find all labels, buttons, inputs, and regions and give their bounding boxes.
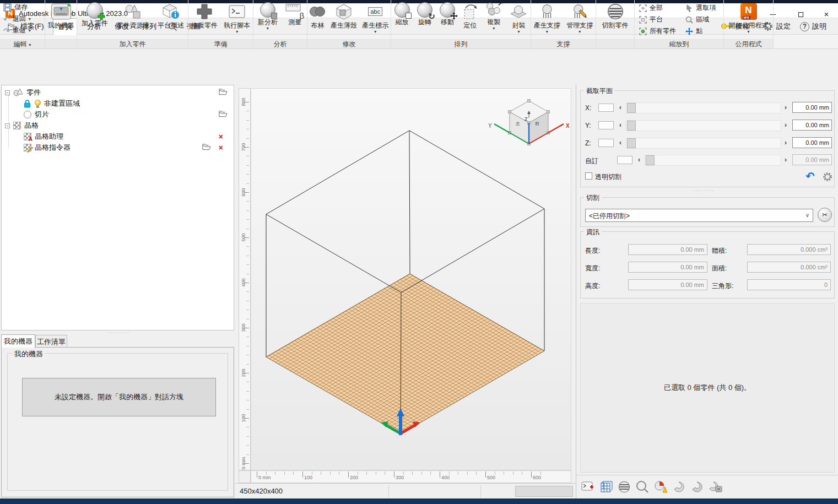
platform-overview-button[interactable]: 平台概述 (154, 0, 188, 29)
tab-job-list[interactable]: 工作清單 (35, 335, 67, 348)
package-machine-icon[interactable] (708, 480, 722, 494)
y-value-field[interactable]: 0.00 mm (792, 120, 832, 131)
slider-right-arrow[interactable]: › (785, 104, 787, 111)
slider-left-arrow[interactable]: ‹ (638, 156, 640, 164)
open-folder-icon[interactable] (219, 88, 228, 97)
repair-part-button[interactable]: 修復零件 (188, 0, 220, 29)
tree-item-lattice-assistant[interactable]: A 晶格助理 × (24, 131, 231, 142)
slider-right-arrow[interactable]: › (785, 121, 787, 129)
add-part-button[interactable]: 加入零件 (77, 0, 112, 27)
build-platform[interactable] (266, 274, 544, 434)
y-slider[interactable] (626, 120, 781, 131)
chevron-down-icon[interactable]: ▾ (236, 29, 238, 34)
transparent-cut-checkbox[interactable] (585, 172, 592, 180)
section-splitter[interactable]: ········ (693, 188, 715, 193)
cut-mode-dropdown[interactable]: <已停用切割> ∨ (585, 209, 813, 222)
collapse-icon[interactable]: − (5, 123, 10, 128)
save-button[interactable]: 儲存 (3, 2, 28, 13)
delete-icon[interactable]: × (219, 132, 223, 141)
chevron-down-icon[interactable]: ▾ (29, 17, 31, 21)
part-library-button[interactable]: 零件資源庫 (113, 0, 153, 29)
tree-item-no-build-zone[interactable]: 非建置區域 (24, 98, 231, 109)
manage-support-button[interactable]: 管理支撐 ▾ (564, 0, 596, 34)
view-cube-x-label[interactable]: X (566, 123, 570, 129)
open-folder-icon[interactable] (202, 143, 211, 152)
z-value-field[interactable]: 0.00 mm (792, 137, 832, 148)
view-cube-left-face-label[interactable]: 左 (516, 121, 520, 126)
scale-button[interactable]: 縮放 (391, 0, 413, 26)
pack-button[interactable]: 封裝 ▾ (507, 0, 531, 34)
zoom-point-button[interactable]: 點 (685, 25, 723, 37)
view-cube-front-face-label[interactable]: 前 (535, 121, 539, 126)
gear-icon[interactable] (822, 171, 833, 182)
tab-my-machines[interactable]: 我的機器 (1, 334, 35, 348)
y-slider-thumb[interactable] (627, 121, 636, 131)
reset-icon[interactable]: ↶ (805, 171, 815, 181)
move-button[interactable]: 移動 (436, 0, 458, 26)
zoom-region-button[interactable]: 區域 (685, 14, 723, 25)
slider-left-arrow[interactable]: ‹ (619, 139, 621, 147)
group-label-edit[interactable]: 編輯 ▾ (0, 39, 45, 48)
collapse-icon[interactable]: − (5, 90, 10, 95)
zoom-sphere-icon[interactable] (635, 480, 650, 494)
redo-button[interactable]: ↷ 重做 ▾ (3, 25, 31, 36)
boolean-button[interactable]: 布林 (307, 0, 327, 29)
view-cube[interactable]: Z Y X 左 前 (488, 100, 570, 145)
zoom-platform-button[interactable]: 平台 (639, 14, 685, 25)
z-enable-box[interactable] (598, 139, 614, 147)
duplicate-button[interactable]: ↗ 複製 ▾ (482, 0, 506, 31)
slider-right-arrow[interactable]: › (785, 156, 787, 164)
y-enable-box[interactable] (598, 121, 614, 129)
chevron-down-icon[interactable]: ▾ (29, 28, 31, 33)
new-analysis-button[interactable]: 新分析 ▾ (253, 0, 282, 31)
chevron-down-icon[interactable]: ▾ (546, 29, 548, 34)
zoom-all-parts-button[interactable]: 所有零件 (639, 25, 685, 37)
undo-button[interactable]: ↶ 退回 ▾ (3, 13, 31, 25)
measure-button[interactable]: β 測量 (283, 0, 307, 26)
my-machines-button[interactable]: 我的機器 (48, 0, 74, 29)
slider-right-arrow[interactable]: › (785, 139, 787, 147)
create-support-button[interactable]: 產生支撐 ▾ (531, 0, 563, 34)
chevron-down-icon[interactable]: ▾ (374, 29, 376, 34)
lattice-cube-icon[interactable] (599, 480, 613, 494)
x-value-field[interactable]: 0.00 mm (792, 102, 832, 113)
tree-item-lattice-commander[interactable]: 晶格指令器 × (24, 142, 231, 153)
package-icon[interactable] (672, 480, 686, 494)
x-enable-box[interactable] (598, 104, 614, 112)
bulb-icon[interactable] (34, 100, 41, 108)
z-slider-thumb[interactable] (627, 138, 636, 148)
orient-button[interactable]: 定位 (459, 0, 481, 29)
view-cube-y-label[interactable]: Y (488, 123, 492, 129)
package-alt-icon[interactable] (690, 480, 704, 494)
chevron-down-icon[interactable]: ▾ (493, 26, 495, 31)
open-utility-button[interactable]: NNFB 開啟公用程式 ▾ (729, 0, 769, 34)
tree-item-lattice[interactable]: − 晶格 (5, 120, 231, 131)
delete-icon[interactable]: × (219, 143, 223, 152)
zoom-selection-button[interactable]: 選取項 (685, 2, 723, 14)
z-slider[interactable] (626, 138, 781, 149)
slider-left-arrow[interactable]: ‹ (619, 104, 621, 111)
custom-slider-thumb[interactable] (646, 155, 655, 165)
chevron-down-icon[interactable]: ▾ (267, 26, 269, 31)
no-machine-set-button[interactable]: 未設定機器。開啟「我的機器」對話方塊 (22, 378, 216, 416)
run-script-button[interactable]: 執行腳本 ▾ (221, 0, 253, 34)
create-label-button[interactable]: abc 產生標示 ▾ (360, 0, 391, 34)
x-slider[interactable] (626, 102, 781, 113)
create-shell-button[interactable]: 產生薄殼 (328, 0, 359, 29)
slices-icon[interactable] (617, 480, 631, 494)
open-folder-icon[interactable] (219, 110, 228, 119)
help-button[interactable]: ? 說明 (800, 19, 826, 34)
chevron-down-icon[interactable]: ▾ (579, 29, 581, 34)
rotate-button[interactable]: ↻ 旋轉 (414, 0, 435, 26)
cut-parts-button[interactable]: 切割零件 (598, 0, 632, 29)
custom-slider[interactable] (645, 155, 781, 166)
zoom-all-button[interactable]: 全部 (639, 2, 685, 14)
tree-item-slices[interactable]: 切片 (24, 109, 231, 120)
slider-left-arrow[interactable]: ‹ (619, 121, 621, 129)
chevron-down-icon[interactable]: ▾ (747, 29, 749, 34)
tree-item-parts[interactable]: − 零件 (5, 87, 231, 98)
execute-cut-button[interactable]: ✂ (818, 208, 832, 222)
x-slider-thumb[interactable] (627, 103, 636, 113)
chevron-down-icon[interactable]: ▾ (517, 29, 520, 34)
report-warning-icon[interactable] (653, 480, 668, 494)
